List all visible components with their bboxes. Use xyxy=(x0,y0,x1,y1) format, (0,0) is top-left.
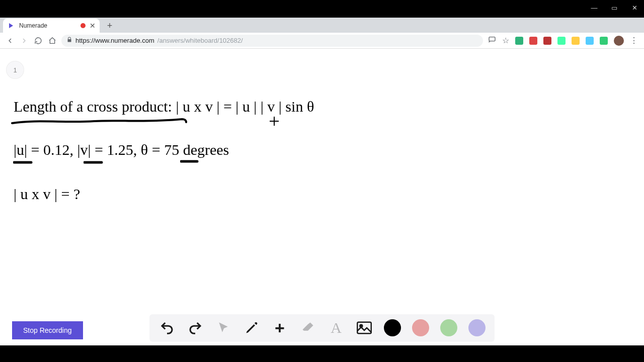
color-swatch-black[interactable] xyxy=(384,319,401,336)
recording-indicator-icon xyxy=(80,23,86,28)
extension-icon[interactable] xyxy=(586,37,594,45)
whiteboard-text-line-1: Length of a cross product: | u x v | = |… xyxy=(14,98,314,115)
nav-back-button[interactable] xyxy=(6,37,14,45)
pen-stroke-underline-v xyxy=(84,160,104,164)
extension-icon[interactable] xyxy=(543,37,551,45)
star-icon[interactable]: ☆ xyxy=(502,36,509,45)
new-tab-button[interactable]: + xyxy=(104,20,116,32)
pen-stroke-underline-theta xyxy=(180,159,199,163)
browser-tabstrip: Numerade ✕ + xyxy=(0,18,644,33)
color-swatch-red[interactable] xyxy=(412,319,429,336)
letterbox-bottom xyxy=(0,345,644,362)
browser-extensions: ☆ ⋮ xyxy=(488,36,641,46)
tab-favicon xyxy=(7,22,15,30)
slide-number-badge[interactable]: 1 xyxy=(6,61,24,79)
extension-icon[interactable] xyxy=(515,37,523,45)
extension-icon[interactable] xyxy=(557,37,566,45)
browser-menu-button[interactable]: ⋮ xyxy=(630,36,638,45)
pen-stroke-underline-u xyxy=(13,160,33,164)
letterbox-top: — ▭ ✕ xyxy=(0,0,644,18)
tab-title: Numerade xyxy=(19,22,76,29)
browser-toolbar: https://www.numerade.com/answers/whitebo… xyxy=(0,33,644,49)
window-close-button[interactable]: ✕ xyxy=(630,4,639,12)
image-tool[interactable] xyxy=(356,319,373,336)
extension-icon[interactable] xyxy=(529,37,537,45)
svg-rect-2 xyxy=(357,322,371,334)
lock-icon xyxy=(66,37,72,44)
whiteboard-text-line-2: |u| = 0.12, |v| = 1.25, θ = 75 degrees xyxy=(14,141,229,158)
text-tool[interactable]: A xyxy=(328,319,345,336)
address-bar[interactable]: https://www.numerade.com/answers/whitebo… xyxy=(61,35,483,47)
pen-stroke-underline-title xyxy=(11,116,187,128)
eraser-tool[interactable] xyxy=(299,319,316,336)
nav-home-button[interactable] xyxy=(48,37,56,45)
window-maximize-button[interactable]: ▭ xyxy=(610,4,619,12)
pointer-tool[interactable] xyxy=(215,319,232,336)
whiteboard-canvas[interactable]: 1 Length of a cross product: | u x v | =… xyxy=(0,49,644,345)
stop-recording-button[interactable]: Stop Recording xyxy=(12,321,83,339)
cursor-crosshair-icon xyxy=(270,117,279,126)
cast-icon[interactable] xyxy=(488,36,496,46)
pencil-tool[interactable] xyxy=(243,319,260,336)
extension-icon[interactable] xyxy=(600,37,608,45)
url-host: https://www.numerade.com xyxy=(75,37,154,44)
whiteboard-text-line-3: | u x v | = ? xyxy=(14,186,80,203)
nav-forward-button[interactable] xyxy=(20,37,28,45)
add-tool[interactable]: + xyxy=(271,319,288,336)
redo-button[interactable] xyxy=(187,319,204,336)
color-swatch-green[interactable] xyxy=(440,319,457,336)
whiteboard-toolbar: + A xyxy=(149,314,495,341)
browser-tab[interactable]: Numerade ✕ xyxy=(3,19,100,33)
svg-marker-0 xyxy=(9,23,13,28)
color-swatch-purple[interactable] xyxy=(468,319,486,336)
undo-button[interactable] xyxy=(158,319,176,336)
nav-reload-button[interactable] xyxy=(34,37,42,45)
svg-rect-1 xyxy=(489,37,495,41)
profile-avatar[interactable] xyxy=(614,36,624,46)
window-minimize-button[interactable]: — xyxy=(590,4,599,12)
url-path: /answers/whiteboard/102682/ xyxy=(157,37,243,44)
tab-close-button[interactable]: ✕ xyxy=(90,22,96,30)
extension-icon[interactable] xyxy=(572,37,580,45)
